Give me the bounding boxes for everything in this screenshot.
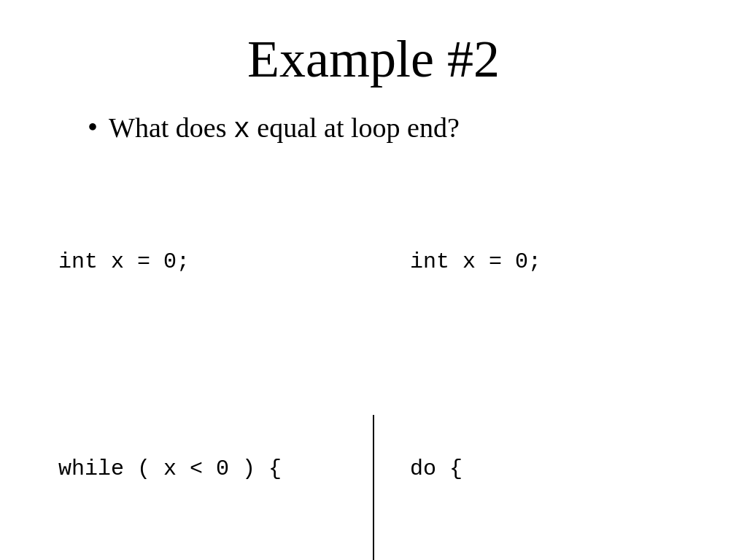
bullet-text-before: What does [109,112,233,143]
bullet-code: x [233,114,250,145]
right-code-block: int x = 0; do { x++; } while ( x < 0 ); [410,174,689,560]
page-title: Example #2 [44,29,703,90]
left-code-block: int x = 0; while ( x < 0 ) { x++; } [58,174,352,560]
bullet-point: • What does x equal at loop end? [88,112,703,145]
bullet-text: What does x equal at loop end? [109,112,460,145]
code-columns: int x = 0; while ( x < 0 ) { x++; } int … [44,174,703,560]
right-line-1: int x = 0; [410,244,689,279]
bullet-icon: • [88,113,98,142]
right-code-column: int x = 0; do { x++; } while ( x < 0 ); [374,174,703,560]
bullet-text-after: equal at loop end? [250,112,460,143]
right-line-2: do { [410,451,689,486]
left-line-2: while ( x < 0 ) { [58,451,352,486]
left-code-column: int x = 0; while ( x < 0 ) { x++; } [44,174,374,560]
column-divider [373,415,374,560]
left-line-1: int x = 0; [58,244,352,279]
page-container: Example #2 • What does x equal at loop e… [0,0,747,560]
right-spacing [410,352,689,381]
left-spacing [58,352,352,381]
